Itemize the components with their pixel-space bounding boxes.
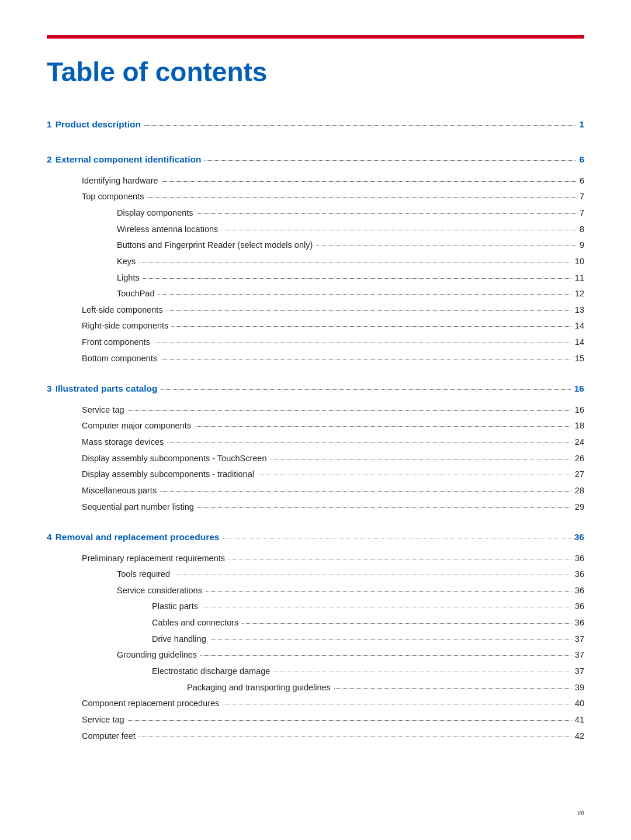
entry-dots <box>143 278 571 279</box>
entry-dots <box>210 639 571 640</box>
entry-chapter: 4 <box>47 530 52 545</box>
entry-dots <box>206 591 571 592</box>
toc-entry[interactable]: Service tag16 <box>47 403 584 417</box>
entry-page: 16 <box>574 381 584 396</box>
entry-dots <box>204 160 575 161</box>
entry-page: 14 <box>575 335 584 350</box>
toc-entry[interactable]: 1Product description1 <box>47 117 584 132</box>
toc-entry[interactable]: 4Removal and replacement procedures36 <box>47 530 584 545</box>
entry-page: 42 <box>575 729 584 744</box>
entry-page: 9 <box>580 238 584 253</box>
entry-label: Grounding guidelines <box>117 648 197 662</box>
entry-dots <box>197 213 576 214</box>
entry-dots <box>270 459 571 459</box>
toc-entry[interactable]: Service considerations36 <box>47 583 584 598</box>
toc-entry[interactable]: Miscellaneous parts28 <box>47 483 584 498</box>
page-title: Table of contents <box>47 56 584 88</box>
toc-entry[interactable]: TouchPad12 <box>47 286 584 301</box>
entry-dots <box>273 672 571 672</box>
entry-page: 16 <box>575 403 584 417</box>
entry-label: Display components <box>117 206 193 220</box>
entry-dots <box>160 491 571 492</box>
entry-dots <box>154 343 571 343</box>
entry-label: Left-side components <box>82 303 163 317</box>
entry-page: 37 <box>575 648 584 662</box>
toc-entry[interactable]: Cables and connectors36 <box>47 616 584 630</box>
entry-label: Buttons and Fingerprint Reader (select m… <box>117 238 313 253</box>
toc-entry[interactable]: Electrostatic discharge damage37 <box>47 664 584 679</box>
toc-entry[interactable]: 3Illustrated parts catalog16 <box>47 381 584 396</box>
entry-label: Right-side components <box>82 319 168 333</box>
entry-label: Keys <box>117 254 136 269</box>
toc-entry[interactable]: Left-side components13 <box>47 303 584 317</box>
entry-page: 36 <box>575 567 584 582</box>
entry-label: Service considerations <box>117 583 202 598</box>
toc-entry[interactable]: Sequential part number listing29 <box>47 500 584 514</box>
toc-entry[interactable]: Wireless antenna locations8 <box>47 222 584 237</box>
toc-entry[interactable]: Display components7 <box>47 206 584 220</box>
entry-label: Service tag <box>82 403 124 417</box>
toc-entry[interactable]: Service tag41 <box>47 713 584 727</box>
entry-label: Lights <box>117 271 140 285</box>
toc-entry[interactable]: Tools required36 <box>47 567 584 582</box>
entry-label: Top components <box>82 189 144 204</box>
entry-page: 28 <box>575 483 584 498</box>
entry-dots <box>172 326 571 327</box>
entry-dots <box>202 607 571 607</box>
toc-entry[interactable]: Mass storage devices24 <box>47 435 584 450</box>
toc-entry[interactable]: Right-side components14 <box>47 319 584 333</box>
toc-entry[interactable]: Keys10 <box>47 254 584 269</box>
entry-page: 29 <box>575 500 584 514</box>
entry-page: 39 <box>575 680 584 695</box>
entry-dots <box>195 426 571 427</box>
entry-page: 8 <box>580 222 584 237</box>
entry-label: Plastic parts <box>152 599 198 614</box>
toc-entry[interactable]: Lights11 <box>47 271 584 285</box>
toc-entry[interactable]: Grounding guidelines37 <box>47 648 584 662</box>
entry-label: Cables and connectors <box>152 616 238 630</box>
entry-label: TouchPad <box>117 286 155 301</box>
entry-label: Miscellaneous parts <box>82 483 157 498</box>
toc-entry[interactable]: Display assembly subcomponents - TouchSc… <box>47 451 584 466</box>
toc-entry[interactable]: Top components7 <box>47 189 584 204</box>
entry-page: 26 <box>575 451 584 466</box>
entry-page: 37 <box>575 664 584 679</box>
entry-page: 14 <box>575 319 584 333</box>
toc-entry[interactable]: 2External component identification6 <box>47 152 584 167</box>
entry-dots <box>174 575 571 575</box>
toc-entry[interactable]: Plastic parts36 <box>47 599 584 614</box>
entry-page: 15 <box>575 351 584 366</box>
toc-entry[interactable]: Preliminary replacement requirements36 <box>47 551 584 566</box>
toc-entry[interactable]: Bottom components15 <box>47 351 584 366</box>
entry-label: Product description <box>56 117 141 132</box>
entry-label: Mass storage devices <box>82 435 164 450</box>
entry-dots <box>128 720 571 721</box>
toc-entry[interactable]: Component replacement procedures40 <box>47 696 584 711</box>
toc-entry[interactable]: Buttons and Fingerprint Reader (select m… <box>47 238 584 253</box>
entry-page: 11 <box>575 271 584 285</box>
entry-label: Electrostatic discharge damage <box>152 664 270 679</box>
toc-entry[interactable]: Computer feet42 <box>47 729 584 744</box>
entry-dots <box>147 197 576 198</box>
toc-entry[interactable]: Packaging and transporting guidelines39 <box>47 680 584 695</box>
entry-label: Display assembly subcomponents - TouchSc… <box>82 451 266 466</box>
entry-label: Wireless antenna locations <box>117 222 218 237</box>
entry-chapter: 3 <box>47 381 52 396</box>
entry-label: Component replacement procedures <box>82 696 219 711</box>
toc-entry[interactable]: Computer major components18 <box>47 419 584 433</box>
entry-dots <box>158 294 571 295</box>
toc-entry[interactable]: Display assembly subcomponents - traditi… <box>47 467 584 482</box>
entry-dots <box>139 737 571 737</box>
entry-dots <box>161 389 570 390</box>
entry-dots <box>197 507 571 508</box>
entry-page: 6 <box>579 152 584 167</box>
entry-chapter: 2 <box>47 152 52 167</box>
entry-dots <box>139 262 571 262</box>
entry-label: Preliminary replacement requirements <box>82 551 225 566</box>
page-footer: vii <box>577 808 584 817</box>
entry-label: Drive handling <box>152 632 206 647</box>
toc-entry[interactable]: Drive handling37 <box>47 632 584 647</box>
toc-entry[interactable]: Identifying hardware6 <box>47 174 584 188</box>
entry-page: 1 <box>579 117 584 132</box>
toc-entry[interactable]: Front components14 <box>47 335 584 350</box>
